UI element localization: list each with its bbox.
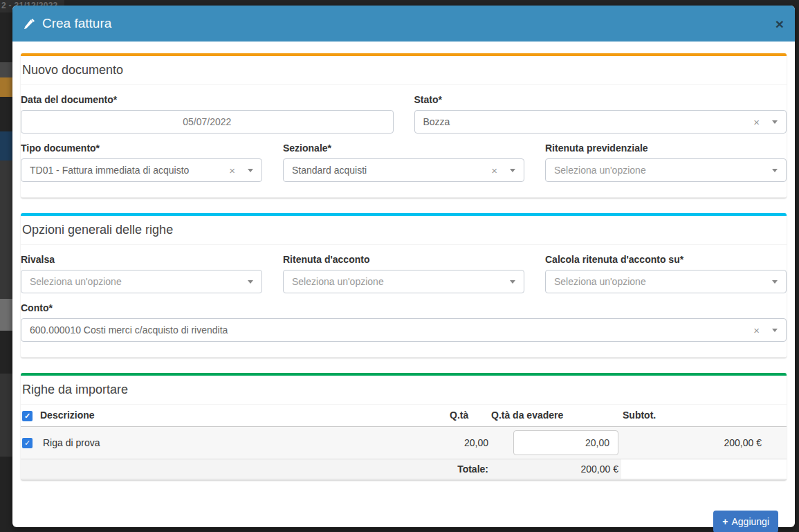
placeholder-value: Seleziona un'opzione — [292, 276, 510, 287]
ritenuta-previdenziale-select[interactable]: Seleziona un'opzione — [545, 158, 787, 182]
field-sezionale: Sezionale* Standard acquisti × — [283, 134, 524, 182]
section-title: Opzioni generali delle righe — [21, 216, 787, 245]
ritenuta-acconto-select[interactable]: Seleziona un'opzione — [283, 270, 524, 293]
pencil-icon — [24, 18, 35, 30]
field-rivalsa: Rivalsa Seleziona un'opzione — [21, 245, 262, 293]
modal-footer: +Aggiungi — [21, 495, 787, 532]
clear-icon[interactable]: × — [491, 165, 497, 176]
chevron-down-icon — [772, 169, 778, 172]
field-label: Ritenuta d'acconto — [283, 254, 524, 265]
total-blank-cell — [621, 459, 787, 479]
column-header-descrizione: Descrizione — [39, 405, 448, 426]
chevron-down-icon — [772, 280, 778, 284]
chevron-down-icon — [248, 169, 253, 172]
field-label: Data del documento* — [21, 94, 394, 105]
section-opzioni-generali: Opzioni generali delle righe Rivalsa Sel… — [21, 213, 787, 358]
section-nuovo-documento: Nuovo documento Data del documento* Stat… — [21, 53, 787, 198]
tipo-documento-select[interactable]: TD01 - Fattura immediata di acquisto × — [21, 158, 262, 182]
column-header-qta: Q.tà — [448, 405, 490, 426]
field-label: Sezionale* — [283, 143, 524, 154]
modal-body: Nuovo documento Data del documento* Stat… — [12, 42, 795, 532]
table-total-row: Totale: 200,00 € — [21, 459, 787, 479]
field-ritenuta-acconto: Ritenuta d'acconto Seleziona un'opzione — [283, 245, 524, 293]
field-label: Calcola ritenuta d'acconto su* — [545, 254, 787, 265]
check-icon: ✓ — [24, 412, 30, 420]
selected-value: Standard acquisti — [292, 165, 491, 176]
background-sidebar-fragment — [0, 131, 12, 160]
modal-header: Crea fattura × — [12, 6, 795, 42]
cell-descrizione: Riga di prova — [39, 426, 448, 459]
background-sidebar-fragment — [0, 62, 12, 77]
field-tipo-documento: Tipo documento* TD01 - Fattura immediata… — [21, 134, 262, 182]
background-sidebar-fragment — [0, 77, 12, 97]
total-label: Totale: — [21, 459, 490, 479]
create-invoice-modal: Crea fattura × Nuovo documento Data del … — [12, 6, 795, 527]
background-sidebar-fragment — [0, 299, 12, 331]
field-calcola-ritenuta: Calcola ritenuta d'acconto su* Seleziona… — [545, 245, 787, 293]
qta-evadere-input[interactable] — [513, 430, 618, 455]
field-label: Stato* — [414, 94, 787, 105]
close-icon[interactable]: × — [775, 17, 784, 31]
chevron-down-icon — [772, 120, 778, 124]
placeholder-value: Seleziona un'opzione — [554, 165, 772, 176]
add-button-label: Aggiungi — [732, 516, 770, 527]
section-title: Righe da importare — [21, 376, 787, 405]
placeholder-value: Seleziona un'opzione — [30, 276, 248, 287]
add-button[interactable]: +Aggiungi — [713, 511, 778, 532]
calcola-ritenuta-select[interactable]: Seleziona un'opzione — [545, 270, 787, 293]
field-conto: Conto* 600.000010 Costi merci c/acquisto… — [21, 302, 787, 342]
background-sidebar-fragment — [0, 160, 12, 299]
cell-qta: 20,00 — [448, 426, 490, 459]
check-icon: ✓ — [24, 439, 30, 447]
chevron-down-icon — [510, 169, 515, 172]
field-label: Rivalsa — [21, 254, 262, 265]
modal-title: Crea fattura — [42, 16, 111, 31]
sezionale-select[interactable]: Standard acquisti × — [283, 158, 524, 182]
field-label: Tipo documento* — [21, 143, 262, 154]
column-header-subtot: Subtot. — [621, 405, 787, 426]
section-title: Nuovo documento — [21, 56, 787, 85]
righe-table: ✓ Descrizione Q.tà Q.tà da evadere Subto… — [21, 405, 787, 479]
cell-subtot: 200,00 € — [621, 426, 787, 459]
date-input[interactable] — [21, 110, 394, 134]
selected-value: TD01 - Fattura immediata di acquisto — [30, 165, 229, 176]
row-checkbox[interactable]: ✓ — [22, 438, 33, 448]
column-header-qta-evadere: Q.tà da evadere — [490, 405, 621, 426]
total-value: 200,00 € — [490, 459, 621, 479]
stato-select[interactable]: Bozza × — [414, 110, 787, 134]
field-label: Ritenuta previdenziale — [545, 143, 787, 154]
select-all-checkbox[interactable]: ✓ — [22, 411, 33, 421]
clear-icon[interactable]: × — [753, 117, 760, 127]
table-header-row: ✓ Descrizione Q.tà Q.tà da evadere Subto… — [21, 405, 787, 426]
selected-value: 600.000010 Costi merci c/acquisto di riv… — [30, 324, 753, 336]
chevron-down-icon — [248, 280, 253, 284]
placeholder-value: Seleziona un'opzione — [554, 276, 772, 287]
selected-value: Bozza — [423, 116, 754, 127]
clear-icon[interactable]: × — [229, 165, 235, 176]
field-stato: Stato* Bozza × — [414, 85, 787, 134]
chevron-down-icon — [772, 329, 778, 332]
section-righe-importare: Righe da importare ✓ Descrizione Q.tà Q.… — [21, 373, 787, 480]
field-ritenuta-previdenziale: Ritenuta previdenziale Seleziona un'opzi… — [545, 134, 787, 182]
chevron-down-icon — [510, 280, 515, 284]
background-sidebar-fragment — [0, 374, 12, 457]
clear-icon[interactable]: × — [753, 325, 760, 336]
field-label: Conto* — [21, 302, 787, 313]
plus-icon: + — [722, 516, 728, 527]
rivalsa-select[interactable]: Seleziona un'opzione — [21, 270, 262, 293]
table-row: ✓ Riga di prova 20,00 200,00 € — [21, 426, 787, 459]
conto-select[interactable]: 600.000010 Costi merci c/acquisto di riv… — [21, 318, 787, 342]
field-data-documento: Data del documento* — [21, 85, 394, 134]
